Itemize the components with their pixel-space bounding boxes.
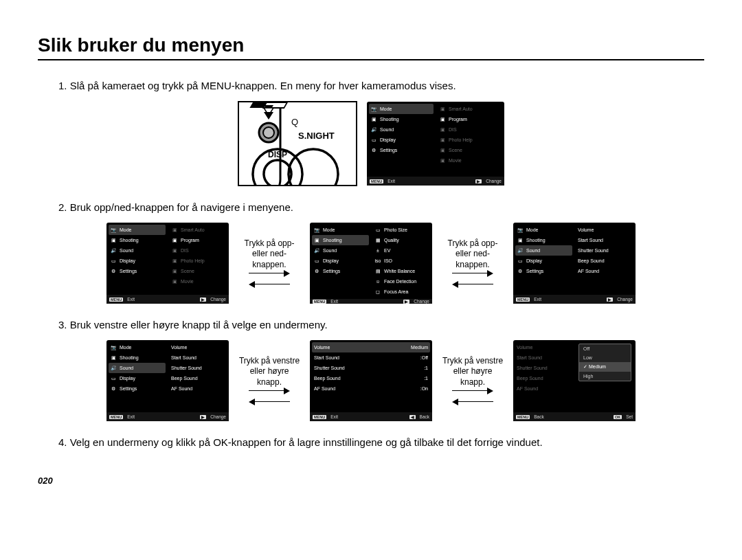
mode-option: ▣DIS bbox=[436, 124, 504, 135]
option-high: High bbox=[579, 372, 631, 381]
snight-label: S.NIGHT bbox=[298, 131, 335, 141]
volume-row: VolumeMedium bbox=[312, 342, 430, 352]
step1-figures: Q S.NIGHT DISP 📷Mode ▣Shooting 🔊Sound ▭D… bbox=[38, 101, 704, 186]
menu-panel-mode: 📷Mode ▣Shooting 🔊Sound ▭Display ⚙Setting… bbox=[367, 102, 504, 186]
arrow-left-icon bbox=[249, 281, 290, 288]
arrow-right-icon bbox=[249, 388, 290, 394]
arrow-right-icon bbox=[452, 388, 493, 394]
step2-figures: 📷Mode ▣Shooting 🔊Sound ▭Display ⚙Setting… bbox=[38, 223, 704, 304]
option-medium: Medium bbox=[579, 362, 631, 372]
arrow-right-icon bbox=[452, 270, 493, 277]
menu-item-display: ▭Display bbox=[367, 135, 436, 145]
menu-item-shooting: ▣Shooting bbox=[367, 114, 436, 124]
svg-point-7 bbox=[263, 127, 274, 138]
volume-options: Off Low Medium High bbox=[578, 344, 631, 381]
step3-figures: 📷Mode ▣Shooting 🔊Sound ▭Display ⚙Setting… bbox=[38, 340, 704, 421]
page-title: Slik bruker du menyen bbox=[38, 34, 704, 60]
svg-point-10 bbox=[289, 149, 338, 185]
arrow-right-icon bbox=[249, 270, 290, 277]
panel-footer: MENUExit ▶Change bbox=[367, 177, 504, 186]
mode-option: ▣Scene bbox=[436, 145, 504, 155]
menu-item-sound: 🔊Sound bbox=[367, 124, 436, 135]
camera-icon: 📷 bbox=[370, 107, 377, 112]
arrow-left-icon bbox=[249, 399, 290, 405]
camera-illustration: Q S.NIGHT DISP bbox=[238, 101, 357, 186]
camera-icon: ▣ bbox=[370, 117, 377, 122]
step-1: 1. Slå på kameraet og trykk på MENU-knap… bbox=[58, 80, 704, 91]
svg-rect-0 bbox=[239, 102, 280, 185]
menu-panel: Volume Start Sound Shutter Sound Beep So… bbox=[513, 340, 636, 421]
mode-option: ▣Smart Auto bbox=[436, 104, 504, 114]
back-icon: ◀ bbox=[409, 415, 416, 419]
speaker-icon: 🔊 bbox=[370, 127, 377, 133]
transition: Trykk på venstre eller høyre knapp. bbox=[442, 356, 504, 406]
transition: Trykk på opp- eller ned-knappen. bbox=[238, 238, 300, 289]
menu-panel: 📷Mode ▣Shooting 🔊Sound ▭Display ⚙Setting… bbox=[106, 340, 229, 421]
gear-icon: ⚙ bbox=[370, 148, 377, 153]
arrow-left-icon bbox=[452, 281, 493, 288]
page-number: 020 bbox=[38, 475, 704, 486]
disp-label: DISP bbox=[268, 150, 287, 159]
step-2: 2. Bruk opp/ned-knappen for å navigere i… bbox=[58, 201, 704, 213]
svg-marker-5 bbox=[264, 112, 273, 120]
updown-caption: Trykk på opp- eller ned-knappen. bbox=[442, 238, 504, 271]
step-4: 4. Velg en undermeny og klikk på OK-knap… bbox=[58, 436, 704, 448]
transition: Trykk på venstre eller høyre knapp. bbox=[238, 356, 300, 406]
menu-item-settings: ⚙Settings bbox=[367, 145, 436, 155]
option-off: Off bbox=[579, 344, 631, 353]
leftright-caption: Trykk på venstre eller høyre knapp. bbox=[442, 356, 504, 388]
menu-item-mode: 📷Mode bbox=[369, 104, 434, 114]
updown-caption: Trykk på opp- eller ned-knappen. bbox=[238, 238, 300, 271]
manual-page: Slik bruker du menyen 1. Slå på kameraet… bbox=[0, 0, 742, 506]
transition: Trykk på opp- eller ned-knappen. bbox=[442, 238, 504, 289]
mode-option: ▣Movie bbox=[436, 155, 504, 166]
arrow-left-icon bbox=[452, 399, 493, 405]
svg-point-9 bbox=[264, 160, 291, 185]
menu-panel: 📷Mode ▣Shooting 🔊Sound ▭Display ⚙Setting… bbox=[310, 223, 432, 304]
menu-panel: 📷Mode ▣Shooting 🔊Sound ▭Display ⚙Setting… bbox=[513, 223, 636, 304]
display-icon: ▭ bbox=[370, 137, 377, 143]
zoom-label: Q bbox=[291, 117, 298, 127]
leftright-caption: Trykk på venstre eller høyre knapp. bbox=[238, 356, 300, 388]
menu-panel: VolumeMedium Start Sound:Off Shutter Sou… bbox=[310, 340, 432, 421]
step-3: 3. Bruk venstre eller høyre knapp til å … bbox=[58, 319, 704, 331]
mode-option: ▣Photo Help bbox=[436, 135, 504, 145]
play-icon: ▶ bbox=[475, 179, 482, 183]
menu-panel: 📷Mode ▣Shooting 🔊Sound ▭Display ⚙Setting… bbox=[106, 223, 229, 304]
mode-option: ▣Program bbox=[436, 114, 504, 124]
option-low: Low bbox=[579, 353, 631, 362]
